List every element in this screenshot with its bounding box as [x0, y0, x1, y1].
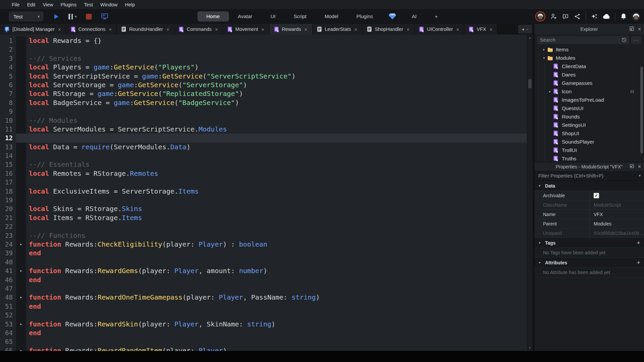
- ribbon-tab-model[interactable]: Model: [315, 11, 347, 21]
- scroll-down-icon[interactable]: ▼: [527, 346, 533, 350]
- tree-item-trollui[interactable]: TrollUI: [534, 146, 644, 154]
- fold-collapse-icon[interactable]: ▸: [16, 320, 26, 328]
- tree-item-settingsui[interactable]: SettingsUI: [534, 121, 644, 129]
- filter-properties-dropdown[interactable]: Filter Properties (Ctrl+Shift+P) ▾: [534, 171, 644, 181]
- scroll-up-icon[interactable]: ▲: [527, 36, 533, 39]
- chevron-down-icon[interactable]: ▾: [534, 184, 545, 188]
- close-icon[interactable]: ×: [638, 27, 641, 32]
- menu-item-plugins[interactable]: Plugins: [57, 2, 81, 7]
- recording-indicator-ring[interactable]: [535, 11, 545, 21]
- editor-tab-movement[interactable]: Movement×: [223, 24, 269, 35]
- cloud-icon[interactable]: [603, 14, 610, 19]
- chevron-right-icon[interactable]: ▸: [542, 48, 546, 51]
- ribbon-tab-plugins[interactable]: Plugins: [347, 11, 382, 21]
- tree-item-shopui[interactable]: ShopUI: [534, 129, 644, 138]
- ribbon-tab-avatar[interactable]: Avatar: [229, 11, 261, 21]
- editor-tab-commands[interactable]: Commands×: [174, 24, 223, 35]
- close-icon[interactable]: ×: [638, 164, 641, 169]
- tab-close-icon[interactable]: ×: [456, 27, 459, 32]
- tab-close-icon[interactable]: ×: [304, 27, 307, 32]
- stop-button[interactable]: [86, 14, 92, 19]
- ribbon-tab-marketplace-gem-icon[interactable]: [382, 11, 403, 21]
- tree-item-truths[interactable]: Truths: [534, 154, 644, 162]
- tab-close-icon[interactable]: ×: [406, 27, 409, 32]
- menu-item-edit[interactable]: Edit: [23, 2, 39, 7]
- editor-tab-roundshandler[interactable]: RoundsHandler×: [117, 24, 175, 35]
- add-tags-button[interactable]: +: [637, 240, 640, 246]
- scroll-tabs-left-icon[interactable]: ◂: [522, 27, 524, 32]
- tree-item-imagestopreload[interactable]: ImagesToPreLoad: [534, 96, 644, 104]
- share-icon[interactable]: [574, 13, 581, 20]
- menu-item-test[interactable]: Test: [80, 2, 97, 7]
- tree-item-items[interactable]: ▸Items: [534, 45, 644, 54]
- fold-collapse-icon[interactable]: ▸: [16, 240, 26, 249]
- menu-item-view[interactable]: View: [39, 2, 57, 7]
- tab-close-icon[interactable]: ×: [215, 27, 218, 32]
- ribbon-tab-script[interactable]: Script: [285, 11, 315, 21]
- editor-tab-uicontroller[interactable]: UIController×: [414, 24, 464, 35]
- chevron-down-icon[interactable]: ▾: [534, 241, 545, 245]
- section-header-data[interactable]: ▾Data: [534, 181, 644, 191]
- ribbon-tab-ai[interactable]: AI: [403, 11, 426, 21]
- ribbon-tab-ui[interactable]: UI: [261, 11, 285, 21]
- tab-close-icon[interactable]: ×: [166, 27, 169, 32]
- device-emulator-button[interactable]: [101, 13, 109, 20]
- assistant-sparkles-icon[interactable]: [591, 13, 598, 20]
- tab-close-icon[interactable]: ×: [490, 27, 493, 32]
- tree-scrollbar-thumb[interactable]: [640, 67, 643, 153]
- editor-tab-connections[interactable]: Connections×: [66, 24, 117, 35]
- tree-item-gamepasses[interactable]: Gamepasses: [534, 79, 644, 87]
- code-editor[interactable]: 1local Rewards = {}23--// Services4local…: [0, 35, 534, 351]
- explorer-options-button[interactable]: ···: [631, 36, 641, 44]
- menu-item-help[interactable]: Help: [121, 2, 139, 7]
- tab-close-icon[interactable]: ×: [261, 27, 264, 32]
- ribbon-tab-home[interactable]: Home: [197, 11, 229, 21]
- chevron-right-icon[interactable]: ▸: [548, 90, 552, 93]
- editor-tab-leaderstats[interactable]: LeaderStats×: [312, 24, 362, 35]
- add-collaborator-icon[interactable]: [550, 13, 557, 20]
- editor-tab-shophandler[interactable]: ShopHandler×: [362, 24, 414, 35]
- editor-tab-vfx[interactable]: VFX×: [464, 24, 497, 35]
- search-history-icon[interactable]: [621, 37, 627, 43]
- section-header-tags[interactable]: ▾Tags+: [534, 238, 644, 248]
- tree-item-soundsplayer[interactable]: SoundsPlayer: [534, 138, 644, 146]
- property-value[interactable]: VFX: [589, 210, 644, 219]
- ribbon-tab-[interactable]: +: [426, 11, 447, 21]
- play-button[interactable]: [53, 13, 59, 20]
- tree-item-icon[interactable]: ▸Icon: [534, 87, 644, 96]
- test-mode-dropdown[interactable]: Test ▾: [9, 11, 44, 21]
- tab-close-icon[interactable]: ×: [58, 27, 61, 32]
- scrollbar-thumb[interactable]: [528, 79, 532, 88]
- tab-close-icon[interactable]: ×: [109, 27, 112, 32]
- notifications-bell-icon[interactable]: [621, 13, 627, 20]
- search-input[interactable]: [537, 36, 629, 44]
- comment-icon[interactable]: [562, 13, 569, 20]
- add-attributes-button[interactable]: +: [637, 260, 640, 266]
- tree-item-rounds[interactable]: Rounds: [534, 112, 644, 121]
- undock-icon[interactable]: [630, 164, 634, 169]
- menu-item-window[interactable]: Window: [97, 2, 121, 7]
- editor-tab-rewards[interactable]: Rewards×: [269, 24, 312, 35]
- tree-item-modules[interactable]: ▾Modules: [534, 54, 644, 62]
- property-value[interactable]: 55cbf95dd15ba1e409…: [589, 228, 644, 238]
- property-value[interactable]: Modules: [589, 219, 644, 228]
- tree-item-clientdata[interactable]: ClientData: [534, 62, 644, 70]
- tree-item-dares[interactable]: Dares: [534, 70, 644, 79]
- fold-collapse-icon[interactable]: ▸: [16, 266, 26, 275]
- chevron-down-icon[interactable]: ▾: [542, 56, 546, 60]
- editor-tab-disabled-manager[interactable]: [Disabled] Manager×: [0, 24, 66, 35]
- scroll-tabs-right-icon[interactable]: ▸: [527, 27, 529, 32]
- pause-button[interactable]: ▾: [68, 14, 77, 19]
- chevron-down-icon[interactable]: ▾: [534, 261, 545, 264]
- property-value[interactable]: ModuleScript: [589, 200, 644, 209]
- user-avatar[interactable]: [632, 12, 641, 21]
- archivable-checkbox[interactable]: ✓: [594, 193, 599, 198]
- editor-scrollbar[interactable]: ▲ ▼: [527, 35, 533, 351]
- tree-item-questsui[interactable]: QuestsUI: [534, 104, 644, 112]
- fold-collapse-icon[interactable]: ▸: [16, 346, 26, 351]
- undock-icon[interactable]: [629, 26, 634, 32]
- fold-collapse-icon[interactable]: ▸: [16, 293, 26, 302]
- chevron-down-icon[interactable]: ▾: [75, 14, 77, 19]
- tab-close-icon[interactable]: ×: [354, 27, 357, 32]
- section-header-attributes[interactable]: ▾Attributes+: [534, 258, 644, 268]
